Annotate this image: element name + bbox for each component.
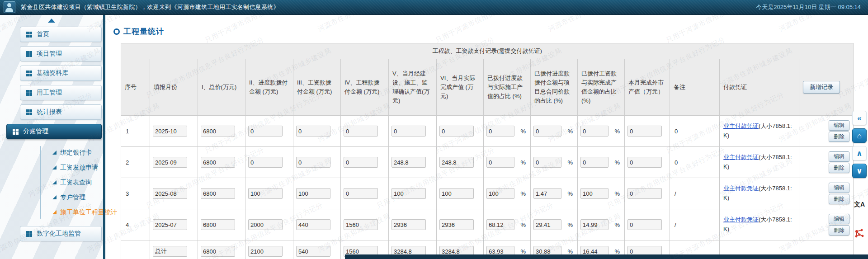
percent-sign: % — [567, 190, 573, 197]
sidebar-subitem-construction-unit-quantity-stats[interactable]: 施工单位工程量统计 — [0, 205, 103, 220]
pct-progress-vs-actual-input-cell: % — [484, 209, 531, 240]
total-price-input[interactable] — [201, 188, 235, 199]
owner-payment-voucher-link[interactable]: 业主付款凭证 — [723, 154, 759, 160]
triangle-bullet-icon — [52, 151, 57, 155]
pct-wage-vs-output-input[interactable] — [580, 126, 609, 137]
total-price-input[interactable] — [201, 157, 235, 168]
wage-paid-input[interactable] — [296, 219, 330, 230]
scroll-up-icon[interactable]: ∧ — [852, 146, 867, 160]
wage-paid-input[interactable] — [296, 188, 330, 199]
pct-wage-vs-output-input[interactable] — [580, 188, 609, 199]
actual-output-input[interactable] — [439, 188, 474, 199]
out-city-output-input-cell — [625, 209, 670, 240]
edit-button[interactable]: 编辑 — [829, 214, 849, 224]
total-price-input[interactable] — [201, 219, 235, 230]
sidebar-item-labor-management[interactable]: 用工管理 — [20, 85, 102, 100]
home-icon[interactable]: ⌂ — [852, 128, 867, 143]
out-city-output-input[interactable] — [627, 126, 662, 137]
delete-button[interactable]: 删除 — [829, 225, 849, 235]
progress-paid-input[interactable] — [248, 157, 283, 168]
delete-button[interactable]: 删除 — [829, 163, 849, 173]
progress-paid-input-cell — [245, 240, 293, 259]
sidebar-item-home[interactable]: 首页 — [20, 27, 102, 42]
progress-paid-input[interactable] — [248, 188, 283, 199]
actual-output-input-cell — [437, 209, 484, 240]
month-input[interactable] — [153, 126, 187, 137]
confirmed-output-input[interactable] — [392, 188, 426, 199]
owner-payment-voucher-link[interactable]: 业主付款凭证 — [723, 185, 759, 192]
share-network-icon[interactable] — [853, 227, 866, 240]
sidebar-item-digital-site-supervision[interactable]: 数字化工地监管 — [20, 226, 102, 241]
collapse-left-icon[interactable]: « — [852, 111, 867, 125]
scroll-down-icon[interactable]: ∨ — [852, 164, 867, 178]
project-paid-input[interactable] — [344, 157, 378, 168]
edit-button[interactable]: 编辑 — [829, 120, 849, 131]
progress-paid-input-cell — [245, 147, 293, 178]
month-input[interactable] — [153, 188, 187, 199]
total-price-input-cell — [198, 240, 245, 259]
sidebar-subitem-wage-sheet-query[interactable]: 工资表查询 — [0, 175, 103, 190]
actual-output-input[interactable] — [439, 157, 474, 168]
sidebar-item-statistics-report[interactable]: 统计报表 — [20, 104, 102, 120]
note-text: / — [670, 178, 720, 209]
pct-wage-vs-output-input[interactable] — [580, 219, 609, 230]
translate-icon[interactable]: 文A — [853, 198, 866, 211]
total-price-input[interactable] — [201, 246, 235, 257]
owner-payment-voucher-link[interactable]: 业主付款凭证 — [723, 122, 759, 129]
delete-button[interactable]: 删除 — [829, 194, 849, 204]
month-input[interactable] — [153, 246, 187, 257]
pct-progress-vs-contract-input-cell: % — [531, 209, 578, 240]
sidebar-subitem-bind-bank-card[interactable]: 绑定银行卡 — [0, 145, 103, 160]
confirmed-output-input[interactable] — [392, 219, 426, 230]
pct-progress-vs-actual-input[interactable] — [486, 188, 514, 199]
pct-progress-vs-actual-input[interactable] — [486, 219, 514, 230]
out-city-output-input[interactable] — [627, 188, 662, 199]
add-record-cell: 新增记录 — [799, 59, 854, 116]
sidebar-item-basic-data-library[interactable]: 基础资料库 — [20, 66, 102, 81]
delete-button[interactable]: 删除 — [829, 132, 849, 142]
edit-button[interactable]: 编辑 — [829, 151, 849, 162]
voucher-cell: 业主付款凭证(大小7858.1:K) — [720, 116, 799, 147]
confirmed-output-input[interactable] — [392, 126, 426, 137]
add-record-button[interactable]: 新增记录 — [803, 81, 840, 94]
total-price-input[interactable] — [201, 126, 235, 137]
out-city-output-input[interactable] — [627, 157, 662, 168]
month-input[interactable] — [153, 157, 187, 168]
pct-progress-vs-contract-input[interactable] — [533, 157, 561, 168]
progress-paid-input[interactable] — [248, 219, 283, 230]
project-paid-input[interactable] — [344, 188, 378, 199]
page-title-row: 工程量统计 — [113, 26, 868, 37]
pct-wage-vs-output-input[interactable] — [580, 157, 609, 168]
triangle-bullet-icon — [52, 180, 57, 184]
confirmed-output-input[interactable] — [392, 157, 426, 168]
wage-paid-input[interactable] — [296, 246, 330, 257]
month-input[interactable] — [153, 219, 187, 230]
actual-output-input[interactable] — [439, 126, 474, 137]
wage-paid-input[interactable] — [296, 126, 330, 137]
pct-progress-vs-actual-input[interactable] — [486, 157, 514, 168]
project-paid-input[interactable] — [344, 126, 378, 137]
sidebar-item-ledger-management[interactable]: 分账管理 — [6, 124, 102, 139]
project-paid-input[interactable] — [344, 219, 378, 230]
wage-paid-input[interactable] — [296, 157, 330, 168]
pct-progress-vs-actual-input-cell: % — [484, 147, 531, 178]
sidebar-collapse-arrow-icon[interactable] — [48, 19, 55, 23]
sidebar-subitem-special-account-management[interactable]: 专户管理 — [0, 190, 103, 205]
user-avatar-icon — [4, 1, 15, 13]
owner-payment-voucher-link[interactable]: 业主付款凭证 — [723, 216, 759, 223]
pct-progress-vs-actual-input[interactable] — [486, 126, 514, 137]
progress-paid-input[interactable] — [248, 246, 283, 257]
edit-button[interactable]: 编辑 — [829, 183, 849, 193]
actual-output-input[interactable] — [439, 219, 474, 230]
out-city-output-input-cell — [625, 178, 670, 209]
pct-progress-vs-contract-input[interactable] — [533, 219, 561, 230]
actual-output-input-cell — [437, 116, 484, 147]
pct-progress-vs-contract-input[interactable] — [533, 188, 561, 199]
percent-sign: % — [567, 221, 573, 228]
sidebar-item-project-management[interactable]: 项目管理 — [20, 46, 102, 61]
progress-paid-input[interactable] — [248, 126, 283, 137]
out-city-output-input[interactable] — [627, 219, 662, 230]
pct-progress-vs-contract-input[interactable] — [533, 126, 561, 137]
confirmed-output-input-cell — [389, 147, 437, 178]
sidebar-subitem-wage-payment-apply[interactable]: 工资发放申请 — [0, 160, 103, 175]
